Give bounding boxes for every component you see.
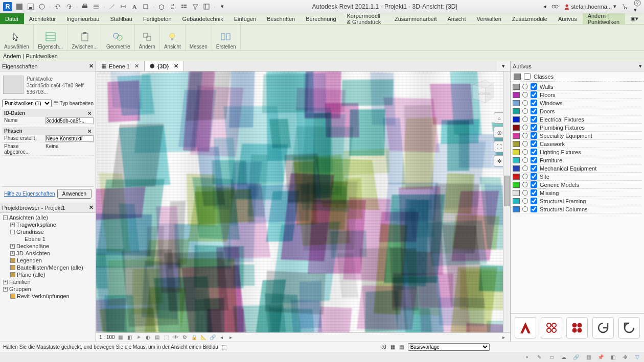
dimension-icon[interactable] [119,3,127,11]
panel-icon[interactable] [202,3,211,11]
left-arrow-icon[interactable]: ◂ [218,334,225,341]
class-visibility-checkbox[interactable] [531,124,537,131]
class-visibility-checkbox[interactable] [531,83,537,90]
tab-berechnung[interactable]: Berechnung [301,13,341,24]
class-radio[interactable] [522,133,528,138]
class-visibility-checkbox[interactable] [531,100,537,106]
expand-icon[interactable]: ▸ [500,334,507,341]
app-menu-icon[interactable] [15,3,24,11]
class-visibility-checkbox[interactable] [531,91,537,98]
properties-help-link[interactable]: Hilfe zu Eigenschaften [4,191,55,197]
user-icon[interactable]: stefan.hoerma...▾ [564,3,617,10]
cart-icon[interactable] [622,3,629,10]
properties-close-icon[interactable]: ✕ [89,63,94,69]
ribbon-group-ansicht[interactable]: Ansicht [160,25,186,51]
tab-verwalten[interactable]: Verwalten [472,13,507,24]
class-radio[interactable] [522,174,528,179]
visual-style-icon[interactable]: ◧ [126,334,133,341]
sb-select-underlay-icon[interactable]: ▥ [585,354,592,361]
section-id-daten[interactable]: ID-Daten⨯ [2,109,94,117]
class-color-swatch[interactable] [513,149,520,155]
help-icon[interactable]: ?▾ [634,0,641,13]
tree-node[interactable]: -Ansichten (alle) [1,214,95,221]
snap-icon[interactable]: ▦ [390,344,395,350]
class-color-swatch[interactable] [513,141,520,147]
ribbon-group-auswaehlen[interactable]: Auswählen [0,25,34,51]
ribbon-group-erstellen[interactable]: Erstellen [212,25,241,51]
refresh-icon[interactable] [592,317,614,339]
link-icon[interactable]: 🔗 [209,334,216,341]
class-radio[interactable] [522,190,528,196]
tab-fertigbeton[interactable]: Fertigbeton [138,13,177,24]
class-color-swatch[interactable] [513,182,520,188]
tree-node[interactable]: -Grundrisse [1,228,95,235]
class-color-swatch[interactable] [513,190,520,196]
tab-aurivus[interactable]: Aurivus [553,13,583,24]
ribbon-group-zwischenablage[interactable]: Zwischen... [67,25,102,51]
text-icon[interactable]: A [130,3,139,11]
class-radio[interactable] [522,100,528,106]
view-cube[interactable]: VORNE [465,77,496,107]
class-radio[interactable] [522,84,528,89]
tree-node[interactable]: Bauteillisten/Mengen (alle) [1,264,95,271]
class-visibility-checkbox[interactable] [531,149,537,155]
class-visibility-checkbox[interactable] [531,132,537,139]
view-tab-close-icon[interactable]: ✕ [134,63,139,69]
class-visibility-checkbox[interactable] [531,173,537,180]
crop-icon[interactable]: ⬚ [163,334,170,341]
sun-icon[interactable]: ☀ [135,334,143,341]
tree-node[interactable]: Pläne (alle) [1,271,95,278]
class-visibility-checkbox[interactable] [531,165,537,172]
class-color-swatch[interactable] [513,165,520,172]
tab-ingenieurbau[interactable]: Ingenieurbau [61,13,105,24]
class-color-swatch[interactable] [513,84,520,90]
class-color-swatch[interactable] [513,174,520,180]
expand-icon[interactable]: + [10,244,15,249]
revit-logo-icon[interactable]: R [3,2,12,11]
reveal-icon[interactable]: ⚙ [181,334,189,341]
class-visibility-checkbox[interactable] [531,140,537,147]
right-arrow-icon[interactable]: ▸ [227,334,235,341]
prop-name-input[interactable] [45,117,94,124]
expand-icon[interactable]: - [3,215,8,220]
ribbon-group-aendern[interactable]: Ändern [135,25,160,51]
switch-icon[interactable] [169,3,177,11]
type-selector[interactable]: Punktwolke 3cddd5db-ca6f-47a0-9eff-53670… [2,74,94,98]
expand-icon[interactable]: - [10,230,15,234]
tree-node[interactable]: +Deckenpläne [1,243,95,250]
class-color-swatch[interactable] [513,108,520,114]
class-visibility-checkbox[interactable] [531,116,537,123]
filter-icon[interactable] [191,3,199,11]
undo-icon[interactable] [54,3,62,11]
tree-node[interactable]: +Gruppen [1,285,95,293]
viewport-scrollbar[interactable] [503,71,510,332]
class-radio[interactable] [522,157,528,163]
class-radio[interactable] [522,116,528,122]
redo-icon[interactable] [65,3,73,11]
box-icon[interactable] [142,3,150,11]
class-radio[interactable] [522,206,528,212]
tree-node[interactable]: Legenden [1,257,95,264]
print-icon[interactable] [81,3,89,11]
class-radio[interactable] [522,149,528,155]
tab-ansicht[interactable]: Ansicht [442,13,471,24]
tab-architektur[interactable]: Architektur [24,13,62,24]
class-radio[interactable] [522,125,528,130]
edit-type-button[interactable]: 🗔 Typ bearbeiten [54,101,94,106]
expand-icon[interactable]: + [10,251,15,256]
class-color-swatch[interactable] [513,125,520,131]
sb-drag-icon[interactable]: ✥ [622,354,629,361]
tab-beschriften[interactable]: Beschriften [262,13,301,24]
tab-koerpermodell[interactable]: Körpermodell & Grundstück [342,13,389,24]
apply-button[interactable]: Anwenden [57,189,91,199]
aurivus-logo-icon[interactable] [515,317,536,339]
class-color-swatch[interactable] [513,116,520,123]
pick-icon[interactable]: ⬚ [222,344,226,350]
sb-filter-icon[interactable]: ▽ [634,354,641,361]
class-radio[interactable] [522,182,528,187]
class-visibility-checkbox[interactable] [531,189,537,196]
project-tree[interactable]: -Ansichten (alle)+Tragwerkspläne-Grundri… [0,213,96,301]
back-arrow-icon[interactable]: ◂ [543,3,546,10]
aurivus-dropdown-icon[interactable]: ▾ [639,63,642,69]
classes-master-checkbox[interactable] [524,73,531,80]
